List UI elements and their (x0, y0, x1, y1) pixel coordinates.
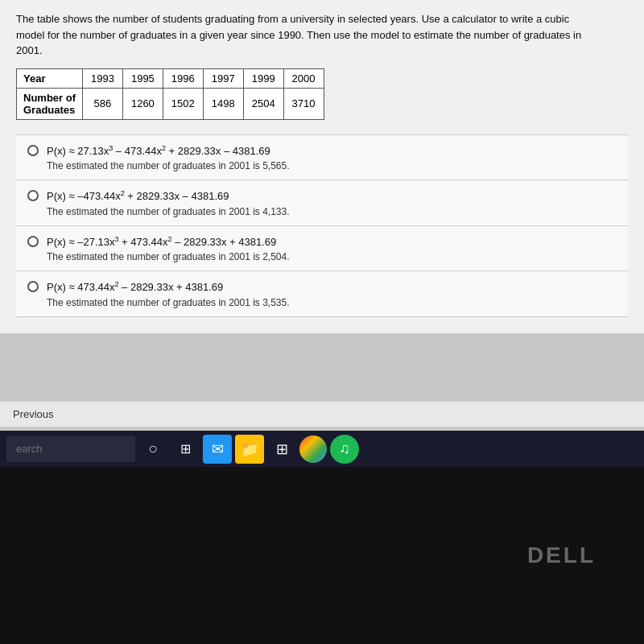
option-4[interactable]: P(x) ≈ 473.44x2 – 2829.33x + 4381.69 The… (16, 271, 628, 317)
option-3-content: P(x) ≈ –27.13x3 + 473.44x2 – 2829.33x + … (47, 234, 290, 263)
table-cell-1993: 1993 (83, 68, 123, 88)
main-content: The table shows the number of students g… (0, 0, 644, 333)
taskbar-grid-icon[interactable]: ⊞ (171, 435, 200, 464)
taskbar-windows-icon[interactable]: ⊞ (267, 435, 296, 464)
option-4-formula: P(x) ≈ 473.44x2 – 2829.33x + 4381.69 (47, 279, 290, 295)
taskbar-search-icon[interactable]: ○ (138, 435, 167, 464)
option-4-estimate: The estimated the number of graduates in… (47, 297, 290, 308)
option-1-formula: P(x) ≈ 27.13x3 – 473.44x2 + 2829.33x – 4… (47, 143, 290, 159)
table-cell-1996: 1996 (163, 68, 203, 88)
taskbar-spotify-icon[interactable]: ♫ (330, 435, 359, 464)
table-cell-val-3: 1502 (163, 88, 203, 119)
options-container: P(x) ≈ 27.13x3 – 473.44x2 + 2829.33x – 4… (16, 134, 628, 317)
table-cell-graduates-label: Number ofGraduates (17, 88, 83, 119)
radio-3[interactable] (27, 236, 39, 247)
radio-4[interactable] (27, 281, 39, 292)
table-cell-val-6: 3710 (283, 88, 324, 119)
taskbar-mail-icon[interactable]: ✉ (203, 435, 232, 464)
option-2[interactable]: P(x) ≈ –473.44x2 + 2829.33x – 4381.69 Th… (16, 180, 628, 226)
question-text: The table shows the number of students g… (16, 11, 596, 59)
table-cell-val-2: 1260 (122, 88, 163, 119)
table-cell-year-label: Year (17, 68, 83, 88)
table-row-header: Year 1993 1995 1996 1997 1999 2000 (17, 68, 324, 88)
data-table: Year 1993 1995 1996 1997 1999 2000 Numbe… (16, 68, 324, 120)
taskbar: ○ ⊞ ✉ 📁 ⊞ ♫ (0, 431, 644, 467)
option-4-content: P(x) ≈ 473.44x2 – 2829.33x + 4381.69 The… (47, 279, 290, 308)
table-cell-val-5: 2504 (243, 88, 283, 119)
radio-2[interactable] (27, 190, 39, 201)
option-3-formula: P(x) ≈ –27.13x3 + 473.44x2 – 2829.33x + … (47, 234, 290, 250)
table-cell-1995: 1995 (122, 68, 163, 88)
black-bar: DELL (0, 467, 644, 644)
dell-logo: DELL (527, 543, 596, 568)
option-3[interactable]: P(x) ≈ –27.13x3 + 473.44x2 – 2829.33x + … (16, 226, 628, 272)
table-cell-val-1: 586 (83, 88, 123, 119)
table-row-values: Number ofGraduates 586 1260 1502 1498 25… (17, 88, 324, 119)
bottom-bar: Previous (0, 402, 644, 427)
table-cell-val-4: 1498 (203, 88, 243, 119)
previous-button[interactable]: Previous (13, 408, 54, 420)
taskbar-chrome-icon[interactable] (299, 436, 327, 463)
option-1-estimate: The estimated the number of graduates in… (47, 160, 290, 171)
table-cell-1997: 1997 (203, 68, 243, 88)
option-2-formula: P(x) ≈ –473.44x2 + 2829.33x – 4381.69 (47, 188, 290, 204)
option-3-estimate: The estimated the number of graduates in… (47, 251, 290, 262)
option-2-estimate: The estimated the number of graduates in… (47, 206, 290, 217)
taskbar-folder-icon[interactable]: 📁 (235, 435, 264, 464)
option-1-content: P(x) ≈ 27.13x3 – 473.44x2 + 2829.33x – 4… (47, 143, 290, 172)
search-input[interactable] (6, 436, 135, 462)
option-1[interactable]: P(x) ≈ 27.13x3 – 473.44x2 + 2829.33x – 4… (16, 134, 628, 181)
table-cell-1999: 1999 (243, 68, 283, 88)
radio-1[interactable] (27, 145, 39, 156)
table-cell-2000: 2000 (283, 68, 324, 88)
option-2-content: P(x) ≈ –473.44x2 + 2829.33x – 4381.69 Th… (47, 188, 290, 217)
